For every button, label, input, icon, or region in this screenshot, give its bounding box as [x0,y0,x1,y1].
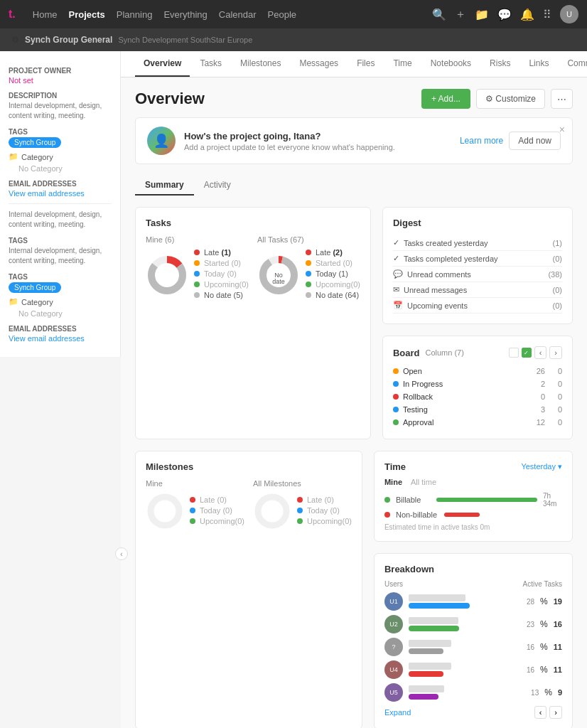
breakdown-avatar-2: U2 [384,615,403,633]
sidebar: Project Owner Not set Description Intern… [0,51,121,357]
customize-button[interactable]: ⚙ Customize [476,89,545,109]
board-row-rollback: Rollback 00 [393,390,562,403]
mine-started: Started (0) [194,259,249,267]
nav-projects[interactable]: Projects [68,9,104,20]
nav-home[interactable]: Home [33,9,58,20]
board-next[interactable]: › [549,346,562,359]
avatar[interactable]: U [560,5,578,23]
breakdown-prev[interactable]: ‹ [534,706,547,719]
banner-close-icon[interactable]: × [559,124,565,135]
category-value-2: No Category [9,309,112,318]
tab-files[interactable]: Files [348,51,383,77]
tab-milestones[interactable]: Milestones [232,51,289,77]
page-title: Overview [135,90,205,108]
board-checkbox[interactable] [509,348,519,358]
breakdown-user-4: U4 16% 11 [384,660,562,679]
time-billable-bar [436,498,537,502]
tab-notebooks[interactable]: Notebooks [422,51,480,77]
breakdown-avatar-4: U4 [384,660,403,679]
all-late: Late (2) [306,248,360,257]
all-nodate: No date (64) [306,291,360,299]
digest-unread-comments: 💬Unread comments (38) [393,267,562,282]
grid-icon[interactable]: ⠿ [543,8,551,21]
tab-messages[interactable]: Messages [291,51,347,77]
time-billable-row: Billable 7h 34m [384,492,562,508]
banner-icon: 👤 [147,127,176,155]
tab-links[interactable]: Links [520,51,557,77]
tasks-title: Tasks [146,218,360,228]
tasks-all-label: All Tasks (67) [257,235,360,244]
tasks-card: Tasks Mine (6) [135,207,371,439]
tab-comments[interactable]: Comments [559,51,587,77]
nav-planning[interactable]: Planning [117,9,153,20]
sub-tabs: Summary Activity [135,176,573,196]
time-card: Time Yesterday ▾ Mine All time Billable … [374,451,573,542]
tasks-all: All Tasks (67) No date [257,235,360,301]
sub-tab-activity[interactable]: Activity [194,176,241,196]
owner-label: Project Owner [9,67,112,75]
tag-badge-1[interactable]: Synch Group [9,137,61,148]
nav-everything[interactable]: Everything [163,9,207,20]
board-column-count: Column (7) [426,348,464,357]
breakdown-user-2: U2 23% 16 [384,615,562,633]
breakdown-header: Breakdown [384,564,562,574]
tag-badge-2[interactable]: Synch Group [9,282,61,293]
tab-overview[interactable]: Overview [135,51,190,77]
page-content: Overview + Add... ⚙ Customize ⋯ 👤 How's … [121,77,587,728]
bell-icon[interactable]: 🔔 [520,8,534,21]
banner-add-now[interactable]: Add now [509,132,561,150]
sidebar-collapse-btn[interactable]: ‹ [115,547,128,560]
all-donut: No date [257,254,300,296]
add-button[interactable]: + Add... [421,89,470,109]
board-row-open: Open 260 [393,365,562,378]
breakdown-next[interactable]: › [549,706,562,719]
tab-tasks[interactable]: Tasks [191,51,230,77]
time-nonbillable-row: Non-billable [384,510,562,519]
add-icon[interactable]: ＋ [455,7,466,22]
nav-calendar[interactable]: Calendar [219,9,257,20]
time-period[interactable]: Yesterday ▾ [521,462,562,471]
breakdown-card: Breakdown Users Active Tasks U1 [374,553,573,728]
breakdown-user-3: ? 16% 11 [384,638,562,656]
board-checked[interactable]: ✓ [522,348,532,358]
digest-tasks-completed: ✓Tasks completed yesterday (0) [393,251,562,267]
banner-text: How's the project going, Itana? Add a pr… [184,131,451,151]
tags-label-1: Tags [9,128,112,136]
time-tab-mine[interactable]: Mine [384,478,402,486]
mine-upcoming: Upcoming(0) [194,280,249,289]
mine-today: Today (0) [194,269,249,278]
email-label-2: Email Addresses [9,325,112,333]
chat-icon[interactable]: 💬 [497,8,512,21]
nav-people[interactable]: People [268,9,296,20]
email-link-1[interactable]: View email addresses [9,189,112,198]
breadcrumb-project[interactable]: Synch Group General [25,35,112,45]
milestones-title: Milestones [146,461,352,472]
time-tab-alltime[interactable]: All time [411,478,436,486]
sidebar-wrapper: Project Owner Not set Description Intern… [0,51,121,728]
svg-point-9 [258,497,286,525]
breakdown-avatar-1: U1 [384,592,403,611]
sub-tab-summary[interactable]: Summary [135,176,194,196]
milestones-mine-label: Mine [146,479,244,488]
tab-risks[interactable]: Risks [481,51,519,77]
expand-link[interactable]: Expand [384,708,411,717]
time-title: Time [384,461,406,472]
tasks-all-list: Late (2) Started (0) Today (1) Upcoming(… [306,248,360,301]
desc3: Internal development, design, content wr… [9,246,112,266]
board-prev[interactable]: ‹ [534,346,547,359]
email-link-2[interactable]: View email addresses [9,334,112,343]
tags-label-3: Tags [9,273,112,281]
folder-icon[interactable]: 📁 [475,8,489,21]
content-area: Overview Tasks Milestones Messages Files… [121,51,587,728]
breakdown-labels: Users Active Tasks [384,580,562,588]
main-layout: Project Owner Not set Description Intern… [0,51,587,728]
nav-icons: 🔍 ＋ 📁 💬 🔔 ⠿ U [432,5,578,23]
time-billable-label: Billable [396,496,431,504]
tab-time[interactable]: Time [384,51,420,77]
search-icon[interactable]: 🔍 [432,8,446,21]
banner-learn-more[interactable]: Learn more [460,136,503,146]
banner: 👤 How's the project going, Itana? Add a … [135,117,573,164]
more-button[interactable]: ⋯ [551,89,573,109]
mine-late: Late (1) [194,248,249,257]
category-label-1: 📁Category [9,152,112,161]
